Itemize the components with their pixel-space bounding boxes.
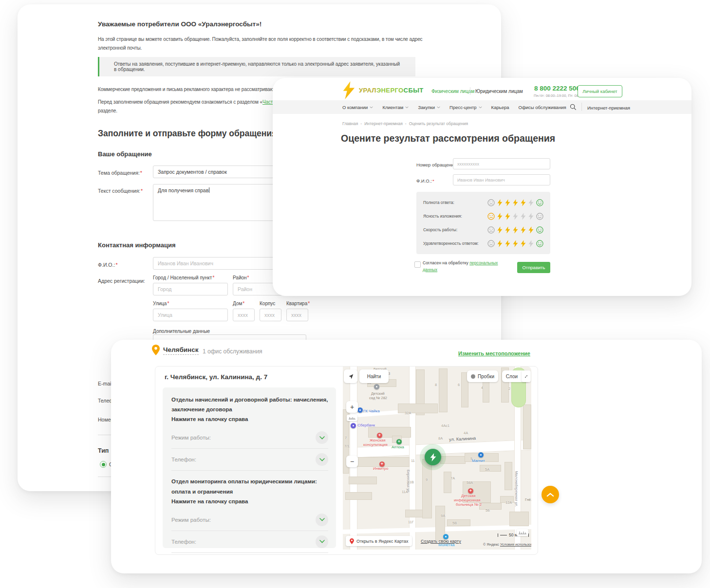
expand-schedule-button[interactable] [316,431,328,444]
lightning-bolt-icon[interactable] [504,226,510,234]
zoom-in-button[interactable]: + [346,401,358,413]
lightning-bolt-icon[interactable] [497,199,503,206]
terms-link[interactable]: Условия использования [500,542,531,547]
find-label: Найти [367,374,381,379]
nav-label: Офисы обслуживания [519,105,566,110]
nav-item-procurement[interactable]: Закупки [418,105,440,110]
lightning-bolt-icon[interactable] [512,226,518,234]
traffic-button[interactable]: Пробки [467,370,498,382]
nav-item-clients[interactable]: Клиентам [382,105,409,110]
map-poi-cross-icon[interactable]: + [377,433,382,438]
map-poi-bus-icon[interactable] [374,384,379,389]
schedule-label: Режим работы: [171,517,211,523]
nav-item-career[interactable]: Карьера [491,105,509,110]
lightning-bolt-icon[interactable] [504,199,510,206]
sad-face-icon[interactable] [487,226,495,234]
happy-face-icon[interactable] [536,226,543,234]
street-input[interactable]: Улица [153,309,228,321]
search-icon[interactable] [570,104,577,110]
lightning-bolt-icon[interactable] [520,226,526,234]
chevron-up-icon [546,493,554,497]
ruler-tool-button[interactable] [517,529,528,536]
rate-fio-input[interactable]: Иванов Иван Иванович [453,174,550,185]
nav-item-press[interactable]: Пресс-центр [449,105,482,110]
location-pin-icon [152,345,160,355]
change-location-link[interactable]: Изменить местоположение [458,350,530,356]
lightning-bolt-icon[interactable] [504,212,510,220]
scale-tick [498,533,498,537]
sad-face-icon[interactable] [487,213,495,220]
map-poi-car-icon[interactable] [357,407,363,413]
map-poi-cross-icon[interactable]: + [468,488,473,494]
breadcrumb-reception[interactable]: Интернет-приемная [364,121,403,126]
lightning-bolt-icon[interactable] [497,226,503,234]
sad-face-icon[interactable] [487,199,495,206]
lightning-bolt-icon[interactable] [528,239,534,247]
account-button[interactable]: Личный кабинет [578,85,622,97]
type-radio[interactable] [100,461,107,468]
geolocation-button[interactable] [344,369,357,383]
lightning-bolt-icon[interactable] [528,212,534,220]
city-input[interactable]: Город [153,283,228,295]
office-marker[interactable] [425,449,441,465]
fullscreen-button[interactable] [522,370,531,382]
corpus-input[interactable]: xxxx [260,309,281,321]
lightning-bolt-icon[interactable] [497,212,503,220]
lightning-bolt-icon[interactable] [528,226,534,234]
lightning-bolt-icon[interactable] [512,212,518,220]
open-in-yandex-maps[interactable]: Открыть в Яндекс Картах [346,536,412,546]
yandex-map[interactable]: Детскийд № 26356Детскийсад № 282ГК Чайка… [343,367,531,550]
city-selector[interactable]: Челябинск [163,346,199,355]
fio-placeholder: Иванов Иван Иванович [158,260,213,266]
chevron-down-icon [479,106,482,109]
appeal-number-label-text: Номер обращения: [416,162,458,167]
happy-face-icon[interactable] [536,213,543,220]
lightning-bolt-icon[interactable] [504,239,510,247]
required-mark: * [115,262,117,268]
expand-schedule-button[interactable] [316,514,328,526]
submit-button[interactable]: Отправить [517,262,550,273]
create-map-link[interactable]: Создать свою карту [421,539,461,544]
breadcrumb-home[interactable]: Главная [342,121,358,126]
lightning-bolt-icon[interactable] [528,199,534,206]
rating-row: Ясность изложения: [423,213,543,220]
map-search-button[interactable]: Найти [359,369,389,383]
map-poi-cross-icon[interactable]: + [396,439,402,444]
lightning-bolt-icon[interactable] [497,239,503,247]
map-poi-cross-icon[interactable]: + [379,461,385,467]
expand-phone-button[interactable] [316,535,328,548]
appeal-number-input[interactable]: xxxxxxxxxx [453,158,550,169]
type-label: Тип [98,447,109,454]
scroll-top-button[interactable] [542,486,559,503]
map-poi-shop-icon[interactable] [478,452,484,458]
zoom-out-button[interactable]: − [346,456,358,467]
map-poi-bank-icon[interactable] [351,423,356,428]
city-label: Город / Населенный пункт* [153,275,214,280]
phone-number[interactable]: 8 800 2222 500 [534,85,580,92]
nav-item-offices[interactable]: Офисы обслуживания [519,105,566,110]
lightning-bolt-icon[interactable] [520,199,526,206]
happy-face-icon[interactable] [536,199,543,206]
lightning-bolt-icon[interactable] [520,239,526,247]
section-contact: Контактная информация [98,241,175,249]
house-input[interactable]: xxxx [233,309,255,321]
flat-input[interactable]: xxxx [286,309,308,321]
lightning-bolt-icon[interactable] [512,199,518,206]
expand-phone-button[interactable] [316,453,328,466]
legal-entities-link[interactable]: Юридическим лицам [475,89,523,94]
lightning-bolt-icon[interactable] [520,212,526,220]
individuals-link[interactable]: Физическим лицам [431,89,474,94]
schedule-row: Режим работы: [171,509,328,531]
happy-face-icon[interactable] [536,240,543,247]
fio-label-text: Ф.И.О.: [98,262,115,268]
corpus-placeholder: xxxx [264,312,275,318]
ruler-mini-icon[interactable] [347,415,357,421]
consent-checkbox[interactable] [414,261,421,268]
internet-reception-link[interactable]: Интернет-приемная [587,105,630,110]
page-title: Оцените результат рассмотрения обращения [341,133,555,144]
lightning-bolt-icon[interactable] [512,239,518,247]
map-label: сад № 282 [369,396,387,400]
breadcrumb-sep: - [360,121,362,126]
nav-item-company[interactable]: О компании [342,105,373,110]
sad-face-icon[interactable] [487,240,495,247]
